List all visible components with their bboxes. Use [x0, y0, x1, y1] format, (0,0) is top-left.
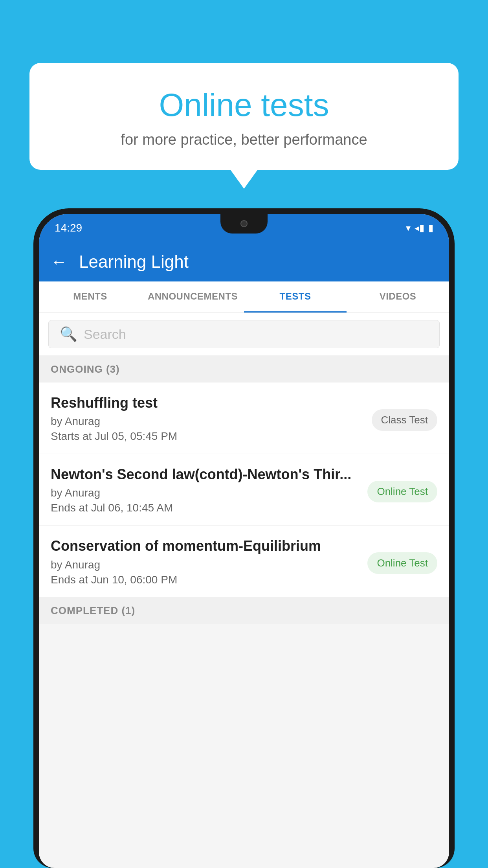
- search-box[interactable]: 🔍 Search: [48, 320, 440, 348]
- test-list: Reshuffling test by Anurag Starts at Jul…: [39, 383, 449, 598]
- app-bar-title: Learning Light: [79, 252, 189, 272]
- ongoing-header: ONGOING (3): [39, 356, 449, 383]
- promo-card: Online tests for more practice, better p…: [29, 63, 459, 170]
- test-date: Starts at Jul 05, 05:45 PM: [51, 430, 364, 443]
- signal-icon: ◂▮: [415, 223, 424, 234]
- camera: [240, 220, 248, 227]
- power-button[interactable]: [451, 295, 455, 334]
- completed-header: COMPLETED (1): [39, 598, 449, 624]
- promo-title: Online tests: [45, 86, 443, 123]
- test-by: by Anurag: [51, 487, 360, 499]
- app-bar: ← Learning Light: [39, 242, 449, 281]
- content-area: 🔍 Search ONGOING (3) Reshuffling test by…: [39, 313, 449, 624]
- notch: [220, 214, 268, 234]
- test-name: Reshuffling test: [51, 394, 364, 411]
- status-icons: ▾ ◂▮ ▮: [406, 223, 433, 234]
- test-info: Reshuffling test by Anurag Starts at Jul…: [51, 394, 364, 443]
- search-icon: 🔍: [60, 326, 77, 342]
- test-date: Ends at Jul 06, 10:45 AM: [51, 502, 360, 514]
- test-name: Newton's Second law(contd)-Newton's Thir…: [51, 466, 360, 483]
- volume-down-button[interactable]: [33, 314, 37, 342]
- tab-announcements[interactable]: ANNOUNCEMENTS: [141, 281, 244, 313]
- test-item[interactable]: Reshuffling test by Anurag Starts at Jul…: [39, 383, 449, 454]
- search-container: 🔍 Search: [39, 313, 449, 355]
- search-input[interactable]: Search: [84, 327, 126, 342]
- status-time: 14:29: [55, 222, 82, 234]
- test-info: Conservation of momentum-Equilibrium by …: [51, 537, 360, 586]
- test-item[interactable]: Conservation of momentum-Equilibrium by …: [39, 526, 449, 597]
- promo-subtitle: for more practice, better performance: [45, 131, 443, 148]
- battery-icon: ▮: [428, 223, 433, 234]
- status-bar: 14:29 ▾ ◂▮ ▮: [39, 214, 449, 242]
- tab-tests[interactable]: TESTS: [244, 281, 347, 313]
- wifi-icon: ▾: [406, 223, 411, 234]
- test-by: by Anurag: [51, 559, 360, 571]
- phone-frame: 14:29 ▾ ◂▮ ▮ ← Learning Light MENTS ANNO…: [33, 208, 455, 868]
- phone-screen: 14:29 ▾ ◂▮ ▮ ← Learning Light MENTS ANNO…: [39, 214, 449, 868]
- test-info: Newton's Second law(contd)-Newton's Thir…: [51, 466, 360, 514]
- volume-up-button[interactable]: [33, 279, 37, 307]
- test-date: Ends at Jun 10, 06:00 PM: [51, 574, 360, 586]
- test-badge: Online Test: [367, 552, 437, 574]
- test-by: by Anurag: [51, 415, 364, 428]
- tab-videos[interactable]: VIDEOS: [347, 281, 449, 313]
- test-name: Conservation of momentum-Equilibrium: [51, 537, 360, 554]
- back-button[interactable]: ←: [51, 252, 67, 271]
- tab-ments[interactable]: MENTS: [39, 281, 141, 313]
- test-item[interactable]: Newton's Second law(contd)-Newton's Thir…: [39, 454, 449, 526]
- tab-bar: MENTS ANNOUNCEMENTS TESTS VIDEOS: [39, 281, 449, 313]
- test-badge: Online Test: [367, 481, 437, 502]
- test-badge: Class Test: [372, 409, 437, 431]
